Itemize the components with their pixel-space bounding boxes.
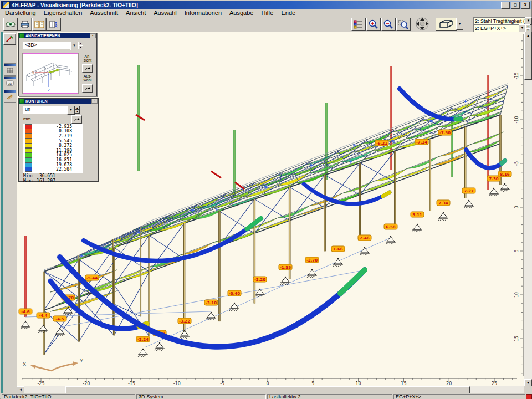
menu-item-ende[interactable]: Ende [277,9,299,16]
minimized-panel-net[interactable] [4,63,16,76]
zoom-window-button[interactable] [396,18,411,31]
options-tree-icon [354,20,364,29]
scroll-down-icon[interactable]: ▼ [524,379,532,387]
auswahl-label: Aus-wahl [80,74,95,82]
vertical-scrollbar[interactable]: ▲ ▼ [524,32,532,386]
display-options-button[interactable] [351,18,366,31]
horizontal-scroll-thumb[interactable] [65,386,470,393]
app-icon [2,2,10,8]
print-button[interactable] [18,18,32,31]
svg-text:8.16: 8.16 [500,172,509,177]
contour-quantity-combo[interactable]: un [23,106,70,114]
svg-text:1.66: 1.66 [333,247,342,252]
load-case-combo[interactable]: 2: EG+P+X+> [473,24,521,32]
auswahl-apply-button[interactable] [82,84,93,93]
node-value-badge: 7.34 [437,200,450,206]
view-planes-panel: ANSICHT/EBENEN ▪ <3D> ▼ ▲▼ X Z [18,33,97,96]
menu-item-hilfe[interactable]: Hilfe [257,9,277,16]
ruler-x-label: -5 [220,381,224,386]
ruler-x-label: 15 [401,381,406,386]
contour-quantity-dropdown[interactable]: ▼ [67,106,75,115]
app-window: 4H-FRAP - Visualisierung [Parkdeck2- TIO… [0,0,532,399]
view-cube-button[interactable] [436,18,457,31]
zoom-out-button[interactable] [381,18,396,31]
menu-item-auswahl[interactable]: Auswahl [150,9,181,16]
support-symbol [307,269,317,278]
node-value-badge: -4.4 [37,313,50,318]
view-panel-title: ANSICHT/EBENEN [25,34,60,38]
menu-item-ausschnitt[interactable]: Ausschnitt [86,9,122,16]
result-case-combo[interactable]: 2: Stahl Tragfähigkeit (Th. 2. O [473,17,527,25]
view-mode-spinner[interactable]: ▲▼ [78,42,83,49]
vertical-scroll-thumb[interactable] [524,39,532,80]
status-field-0: Parkdeck2- TIO+TIIO [2,394,135,399]
svg-text:7.27: 7.27 [464,189,473,193]
menu-item-informationen[interactable]: Informationen [181,9,226,16]
support-symbol [489,188,499,196]
svg-text:-2.24: -2.24 [137,337,149,342]
status-field-1: 3D-System [136,394,266,399]
menu-item-darstellung[interactable]: Darstellung [1,9,40,16]
legend-value: 22.504 [32,167,72,172]
node-value-badge: -7.50 [438,130,452,135]
contours-panel-title-bar[interactable]: KONTUREN ▪ [19,99,98,104]
curved-arrow-icon [73,117,80,122]
svg-text:-4.4: -4.4 [39,314,47,318]
menu-item-ausgabe[interactable]: Ausgabe [226,9,257,16]
exit-button[interactable] [47,18,61,31]
maximize-button[interactable]: □ [511,2,520,9]
svg-text:6.58: 6.58 [386,225,395,229]
drawing-canvas[interactable]: -4.6-4.4-4.5-5.70-5.44-2.24-5.88-3.22-3.… [17,32,524,386]
svg-text:-2.70: -2.70 [306,258,318,263]
contours-panel-close-icon[interactable]: ▪ [91,99,98,104]
load-case-spinner[interactable]: ▲▼ [525,24,530,31]
view-mode-dropdown[interactable]: ▼ [70,42,78,50]
view-panel-close-icon[interactable]: ▪ [90,33,96,38]
ruler-y-label: 10 [514,292,519,298]
menu-item-eigenschaften[interactable]: Eigenschaften [40,9,86,16]
node-value-badge: -7.14 [415,139,428,145]
edit-pen-button[interactable] [3,33,16,45]
result-case-dropdown[interactable]: ▼ [525,17,532,25]
legend-row: 11.198 [23,148,82,153]
node-value-badge: -6.21 [375,140,388,146]
svg-text:-6.21: -6.21 [376,141,387,146]
curved-arrow-icon [84,66,91,71]
view-mode-combo[interactable]: <3D> [23,42,73,49]
close-button[interactable]: x [521,2,530,9]
view-panel-title-bar[interactable]: ANSICHT/EBENEN ▪ [19,33,96,38]
support-symbol [229,303,239,311]
ruler-x-label: -15 [128,381,135,386]
pages-button[interactable] [32,18,47,31]
title-bar[interactable]: 4H-FRAP - Visualisierung [Parkdeck2- TIO… [1,1,531,9]
contour-quantity-spinner[interactable]: ▲▼ [75,106,80,114]
contour-apply-button[interactable] [71,115,82,124]
zoom-in-button[interactable] [366,18,381,31]
ruler-y-label: 0 [514,206,519,208]
scroll-up-icon[interactable]: ▲ [524,32,532,39]
zoom-in-icon [368,19,379,29]
pan-button[interactable] [413,18,431,30]
legend-row: 22.504 [23,167,82,172]
preview-axis-z-label: Z [48,88,50,92]
view-preview[interactable]: X Z [23,53,78,94]
svg-text:-1.55: -1.55 [280,265,291,270]
minimize-button[interactable]: _ [501,2,510,9]
minimized-panel-3d[interactable]: 3D [4,76,16,89]
panel-icon [19,33,24,38]
svg-text:3D: 3D [8,82,12,85]
node-value-badge: -3.22 [178,318,191,324]
horizontal-scrollbar[interactable]: ◄ ► [17,386,532,393]
ansicht-apply-button[interactable] [82,64,93,73]
view-eye-button[interactable] [3,18,18,31]
svg-text:7.34: 7.34 [438,201,448,206]
minimized-panel-pen[interactable] [4,90,16,103]
axis-x-label: X [23,361,26,367]
menu-item-ansicht[interactable]: Ansicht [122,9,150,16]
legend-swatch [25,167,32,172]
svg-text:-4.5: -4.5 [55,317,64,321]
svg-text:-2.20: -2.20 [254,278,265,282]
view-cube-dropdown[interactable]: ▼ [456,18,463,30]
ruler-x-label: 25 [492,381,497,386]
scroll-left-icon[interactable]: ◄ [17,386,24,393]
